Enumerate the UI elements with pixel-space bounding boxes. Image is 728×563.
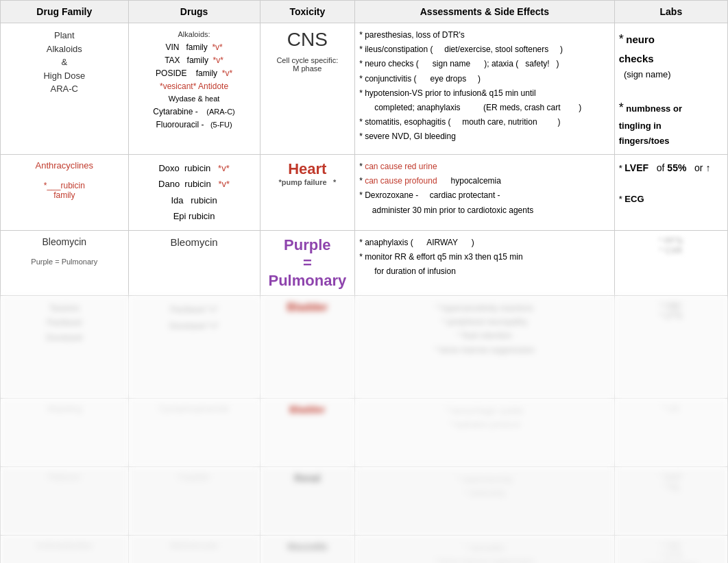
cns-sub1: Cell cycle specific:: [265, 56, 351, 64]
anth-assess-2: * can cause profound hypocalcemia: [359, 175, 610, 188]
header-drug-family: Drug Family: [1, 1, 129, 23]
row7-drugs: Methotrexate: [128, 535, 260, 563]
anth-assess-1: * can cause red urine: [359, 160, 610, 173]
purple-line2: =: [265, 254, 351, 272]
row-7-blurred: Antimetabolites Methotrexate Mucositis *…: [1, 535, 728, 563]
bleo-assess-2: * monitor RR & effort q5 min x3 then q15…: [359, 251, 610, 264]
wydase-heat: Wydase & heat: [133, 93, 256, 105]
bleomycin-name: Bleomycin: [5, 236, 124, 247]
vin-family: VIN family *v*: [133, 41, 256, 54]
row6-assess: * nephrotoxicity* ototoxicity: [355, 466, 615, 535]
row6-labs: * BMP* Mg: [614, 466, 727, 535]
row4-labs: * CBC* LFTs: [614, 295, 727, 398]
assess-5: * hypotension-VS prior to infusion& q15 …: [359, 87, 610, 100]
assess-6: completed; anaphylaxis (ER meds, crash c…: [367, 101, 610, 114]
plant-alkaloids-drugs: Alkaloids: VIN family *v* TAX family *v*…: [128, 23, 260, 155]
row6-drugs: Cisplatin: [128, 466, 260, 535]
anthracyclines-drugs: Doxo rubicin *v* Dano rubicin *v* Ida ru…: [128, 155, 260, 231]
dano-rubicin: Dano rubicin *v*: [133, 176, 256, 192]
anth-assess-3: * Dexrozoxane - cardiac protectant -: [359, 189, 610, 202]
vesicant-antidote: *vesicant* Antidote: [133, 80, 256, 93]
row-bleomycin: Bleomycin Purple = Pulmonary Bleomycin P…: [1, 230, 728, 295]
bleo-assess-1: * anaphylaxis ( AIRWAY ): [359, 236, 610, 249]
ida-rubicin: Ida rubicin: [133, 192, 256, 208]
row4-toxicity: Bladder: [260, 295, 355, 398]
labs-neuro: * neurochecks (sign name): [619, 29, 723, 82]
fluorouracil: Fluorouracil - (5-FU): [133, 118, 256, 132]
row-4-blurred: TaxanesPaclitaxelDocetaxel Paclitaxel *v…: [1, 295, 728, 398]
header-drugs: Drugs: [128, 1, 260, 23]
rubicin-family: *___rubicinfamily: [5, 181, 124, 200]
doxo-rubicin: Doxo rubicin *v*: [133, 160, 256, 176]
bleomycin-pulm-note: Purple = Pulmonary: [5, 258, 124, 266]
purple-line1: Purple: [265, 236, 351, 254]
family-line1: Plant: [54, 30, 75, 40]
assess-2: * ileus/constipation ( diet/exercise, st…: [359, 43, 610, 56]
anthracycline-label: Anthracyclines: [5, 160, 124, 171]
row4-assess: * hypersensitivity reactions * periphera…: [355, 295, 615, 398]
bleomycin-family-cell: Bleomycin Purple = Pulmonary: [1, 230, 129, 295]
anthracyclines-family: Anthracyclines *___rubicinfamily: [1, 155, 129, 231]
header-labs: Labs: [614, 1, 727, 23]
row4-drugs: Paclitaxel *v*Docetaxel *v*: [128, 295, 260, 398]
purple-line3: Pulmonary: [265, 272, 351, 290]
row5-assess: * hemorrhagic cystitis * hydration proto…: [355, 398, 615, 466]
plant-alkaloids-toxicity: CNS Cell cycle specific: M phase: [260, 23, 355, 155]
family-line2: Alkaloids: [47, 44, 82, 54]
labs-numbness: * numbness ortingling infingers/toes: [619, 97, 723, 149]
bleomycin-assessments-cell: * anaphylaxis ( AIRWAY ) * monitor RR & …: [355, 230, 615, 295]
row5-toxicity: Bladder: [260, 398, 355, 466]
family-line5: ARA-C: [51, 84, 78, 94]
family-line4: High Dose: [43, 71, 85, 81]
row-anthracyclines: Anthracyclines *___rubicinfamily Doxo ru…: [1, 155, 728, 231]
bleo-assess-3: for duration of infusion: [367, 265, 610, 278]
ecg: * ECG: [619, 192, 723, 207]
alkaloids-label: Alkaloids:: [133, 29, 256, 41]
lvef: * LVEF of 55% or ↑: [619, 160, 723, 177]
plant-alkaloids-family: Plant Alkaloids & High Dose ARA-C: [1, 23, 129, 155]
assess-7: * stomatitis, esophagitis ( mouth care, …: [359, 116, 610, 129]
bleomycin-toxicity-cell: Purple = Pulmonary: [260, 230, 355, 295]
row7-assess: * stomatitis* bone marrow suppression: [355, 535, 615, 563]
row-5-blurred: Alkylating Cyclophosphamide Bladder * he…: [1, 398, 728, 466]
row5-family: Alkylating: [1, 398, 129, 466]
assess-1: * paresthesias, loss of DTR's: [359, 29, 610, 42]
cns-label: CNS: [265, 29, 351, 51]
tax-family: TAX family *v*: [133, 54, 256, 67]
anth-assess-4: administer 30 min prior to cardiotoxic a…: [367, 204, 610, 217]
row6-family: Platinum: [1, 466, 129, 535]
assess-8: * severe NVD, GI bleeding: [359, 130, 610, 143]
row7-family: Antimetabolites: [1, 535, 129, 563]
epi-rubicin: Epi rubicin: [133, 208, 256, 224]
bleomycin-drugs-cell: Bleomycin: [128, 230, 260, 295]
row-6-blurred: Platinum Cisplatin Renal * nephrotoxicit…: [1, 466, 728, 535]
row-plant-alkaloids: Plant Alkaloids & High Dose ARA-C Alkalo…: [1, 23, 728, 155]
anthracyclines-assessments: * can cause red urine * can cause profou…: [355, 155, 615, 231]
row5-labs: * UA: [614, 398, 727, 466]
plant-alkaloids-labs: * neurochecks (sign name) * numbness ort…: [614, 23, 727, 155]
cns-sub2: M phase: [265, 64, 351, 73]
anthracyclines-labs: * LVEF of 55% or ↑ * ECG: [614, 155, 727, 231]
header-toxicity: Toxicity: [260, 1, 355, 23]
row4-family: TaxanesPaclitaxelDocetaxel: [1, 295, 129, 398]
heart-label: Heart: [265, 160, 351, 178]
row7-labs: * CBC* LFTs* renal function: [614, 535, 727, 563]
bleomycin-labs-cell: * PFTs* CXR: [614, 230, 727, 295]
header-assessments: Assessments & Side Effects: [355, 1, 615, 23]
cytarabine: Cytarabine - (ARA-C): [133, 105, 256, 118]
assess-3: * neuro checks ( sign name ); ataxia ( s…: [359, 58, 610, 71]
assess-4: * conjunctivitis ( eye drops ): [359, 73, 610, 86]
plant-alkaloids-assessments: * paresthesias, loss of DTR's * ileus/co…: [355, 23, 615, 155]
bleomycin-drug-name: Bleomycin: [133, 236, 256, 248]
pump-failure: *pump failure *: [265, 178, 351, 186]
row6-toxicity: Renal: [260, 466, 355, 535]
row7-toxicity: Mucositis: [260, 535, 355, 563]
anthracyclines-toxicity: Heart *pump failure *: [260, 155, 355, 231]
poside-family: POSIDE family *v*: [133, 67, 256, 80]
row5-drugs: Cyclophosphamide: [128, 398, 260, 466]
family-line3: &: [61, 57, 67, 67]
